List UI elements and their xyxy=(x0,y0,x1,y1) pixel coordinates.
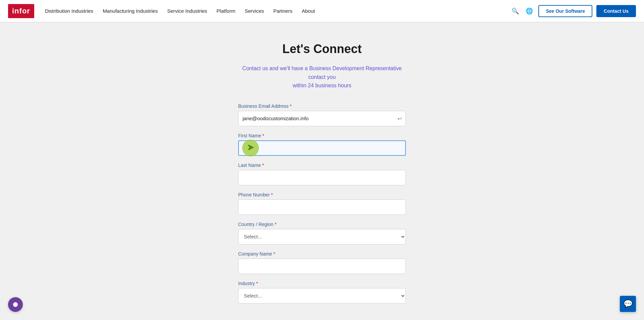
bottom-left-widget[interactable] xyxy=(8,297,23,312)
nav-manufacturing-industries[interactable]: Manufacturing Industries xyxy=(103,8,158,14)
industry-select[interactable]: Select... xyxy=(238,288,406,304)
firstname-input[interactable] xyxy=(238,140,406,156)
company-label: Company Name * xyxy=(238,251,406,257)
nav-links: Distribution Industries Manufacturing In… xyxy=(45,8,511,14)
nav-actions: 🔍 🌐 See Our Software Contact Us xyxy=(510,5,636,17)
email-label: Business Email Address * xyxy=(238,103,406,109)
lastname-input[interactable] xyxy=(238,170,406,185)
lastname-group: Last Name * xyxy=(238,163,406,185)
see-software-button[interactable]: See Our Software xyxy=(538,5,592,17)
nav-platform[interactable]: Platform xyxy=(217,8,235,14)
nav-distribution-industries[interactable]: Distribution Industries xyxy=(45,8,93,14)
email-input[interactable] xyxy=(238,111,406,126)
firstname-input-wrapper: ⮜ xyxy=(238,140,406,156)
undo-icon[interactable]: ↩ xyxy=(397,115,402,122)
nav-about[interactable]: About xyxy=(302,8,315,14)
firstname-label: First Name * xyxy=(238,133,406,138)
phone-group: Phone Number * xyxy=(238,192,406,215)
globe-icon[interactable]: 🌐 xyxy=(524,6,534,16)
chat-icon: 💬 xyxy=(624,300,633,308)
industry-label: Industry * xyxy=(238,281,406,286)
country-select[interactable]: Select... xyxy=(238,229,406,244)
company-group: Company Name * xyxy=(238,251,406,274)
main-content: Let's Connect Contact us and we'll have … xyxy=(231,22,413,320)
company-input[interactable] xyxy=(238,259,406,274)
contact-form: Business Email Address * ↩ First Name * … xyxy=(238,103,406,304)
email-group: Business Email Address * ↩ xyxy=(238,103,406,126)
country-group: Country / Region * Select... xyxy=(238,222,406,244)
phone-input[interactable] xyxy=(238,199,406,215)
firstname-group: First Name * ⮜ xyxy=(238,133,406,156)
email-input-wrapper: ↩ xyxy=(238,111,406,126)
nav-services[interactable]: Services xyxy=(245,8,264,14)
page-title: Let's Connect xyxy=(238,42,406,56)
chat-widget[interactable]: 💬 xyxy=(620,296,636,312)
page-subtitle: Contact us and we'll have a Business Dev… xyxy=(238,64,406,90)
country-label: Country / Region * xyxy=(238,222,406,227)
widget-dot xyxy=(13,302,18,307)
phone-label: Phone Number * xyxy=(238,192,406,197)
main-nav: infor Distribution Industries Manufactur… xyxy=(0,0,644,22)
logo[interactable]: infor xyxy=(8,4,34,18)
industry-group: Industry * Select... xyxy=(238,281,406,304)
search-icon[interactable]: 🔍 xyxy=(510,6,520,16)
nav-partners[interactable]: Partners xyxy=(273,8,292,14)
contact-us-button[interactable]: Contact Us xyxy=(596,5,636,17)
nav-service-industries[interactable]: Service Industries xyxy=(167,8,207,14)
lastname-label: Last Name * xyxy=(238,163,406,168)
